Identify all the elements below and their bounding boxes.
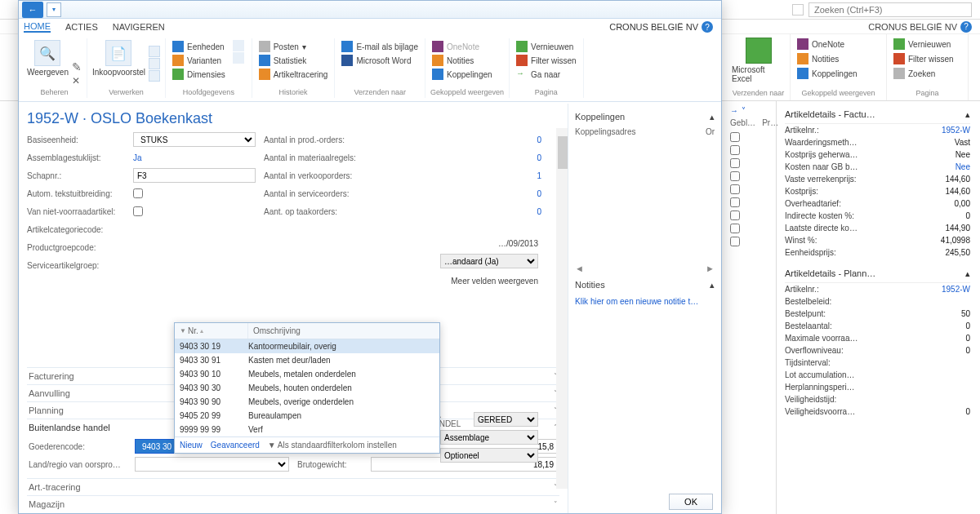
factbox-row: Kostprijs geherwa…Nee bbox=[785, 148, 970, 161]
standaard-select[interactable]: …andaard (Ja) bbox=[440, 254, 538, 268]
koppelingen-header[interactable]: Koppelingen▴ bbox=[575, 109, 715, 126]
lookup-code: 9403 30 91 bbox=[180, 356, 248, 365]
row-checkbox[interactable] bbox=[730, 132, 740, 142]
lookup-col-code[interactable]: Nr. bbox=[188, 326, 198, 335]
row-checkbox[interactable] bbox=[730, 224, 740, 233]
new-note-link[interactable]: Klik hier om een nieuwe notitie t… bbox=[575, 294, 715, 309]
collapse-icon[interactable]: ▴ bbox=[965, 268, 970, 279]
lookup-filter-action[interactable]: ▼Als standaardfilterkolom instellen bbox=[268, 441, 397, 450]
tracering-button[interactable]: Artikeltracering bbox=[257, 68, 330, 81]
weergeven-button[interactable]: 🔍Weergeven bbox=[27, 40, 69, 86]
onenote-button[interactable]: OneNote bbox=[795, 38, 881, 51]
zoeken-button[interactable]: Zoeken bbox=[892, 67, 963, 80]
assemblage-select[interactable]: Assemblage bbox=[440, 430, 538, 445]
inkoopvoorstel-button[interactable]: 📄Inkoopvoorstel bbox=[92, 40, 145, 86]
lookup-row[interactable]: 9405 20 99Bureaulampen bbox=[175, 409, 439, 423]
factbox-value[interactable]: Nee bbox=[956, 162, 970, 171]
delete-icon[interactable]: ✕ bbox=[72, 75, 82, 86]
notities-button[interactable]: Notities bbox=[795, 52, 881, 65]
help-icon[interactable]: ? bbox=[960, 21, 972, 33]
excel-button[interactable]: Microsoft Excel bbox=[732, 38, 785, 83]
factbox-value[interactable]: 1952-W bbox=[942, 285, 970, 294]
help-icon[interactable]: ? bbox=[702, 21, 713, 33]
notities-header[interactable]: Notities▴ bbox=[575, 277, 715, 294]
land-select[interactable] bbox=[135, 457, 289, 472]
varianten-button[interactable]: Varianten bbox=[171, 54, 227, 67]
scrollbar-thumb[interactable] bbox=[558, 136, 568, 169]
word-button[interactable]: Microsoft Word bbox=[340, 54, 420, 67]
filter-wissen-button[interactable]: Filter wissen bbox=[514, 54, 578, 67]
onenote-button[interactable]: OneNote bbox=[430, 40, 494, 53]
factbox-key: Vaste verrekenprijs: bbox=[785, 175, 857, 184]
handel-select[interactable]: GEREED bbox=[474, 412, 538, 427]
factbox-value[interactable]: 1952-W bbox=[942, 126, 970, 135]
horizontal-scroll[interactable]: ◄► bbox=[575, 260, 715, 277]
action-icon[interactable] bbox=[233, 40, 244, 51]
ok-button[interactable]: OK bbox=[669, 494, 713, 510]
row-checkbox[interactable] bbox=[730, 210, 740, 220]
filter-wissen-button[interactable]: Filter wissen bbox=[892, 52, 963, 65]
vertical-scrollbar[interactable] bbox=[556, 128, 568, 489]
dimensies-button[interactable]: Dimensies bbox=[171, 68, 227, 81]
action-icon[interactable] bbox=[149, 70, 160, 82]
nav-arrow-icon[interactable]: → bbox=[730, 106, 738, 115]
autom-checkbox[interactable] bbox=[133, 188, 143, 198]
eenheden-button[interactable]: Eenheden bbox=[171, 40, 227, 53]
lookup-row[interactable]: 9403 30 91Kasten met deur/laden bbox=[175, 353, 439, 367]
action-icon[interactable] bbox=[149, 58, 160, 69]
lookup-row[interactable]: 9403 30 19Kantoormeubilair, overig bbox=[175, 339, 439, 353]
statistiek-button[interactable]: Statistiek bbox=[257, 54, 330, 67]
factbox-key: Artikelnr.: bbox=[785, 285, 819, 294]
filter-icon[interactable]: ▼ bbox=[180, 327, 186, 335]
notities-button[interactable]: Notities bbox=[430, 54, 494, 67]
basiseenheid-select[interactable]: STUKS bbox=[133, 132, 256, 147]
factbox-header-facturering[interactable]: Artikeldetails - Factu…▴ bbox=[785, 106, 970, 124]
tab-acties[interactable]: ACTIES bbox=[65, 22, 98, 32]
lookup-col-desc[interactable]: Omschrijving bbox=[248, 323, 439, 339]
optioneel-select[interactable]: Optioneel bbox=[440, 448, 538, 463]
global-search-input[interactable] bbox=[808, 2, 972, 17]
koppelingen-button[interactable]: Koppelingen bbox=[430, 68, 494, 81]
lookup-row[interactable]: 9403 90 10Meubels, metalen onderdelen bbox=[175, 367, 439, 381]
fasttab-magazijn[interactable]: Magazijn˅ bbox=[27, 495, 559, 512]
lookup-row[interactable]: 9403 90 90Meubels, overige onderdelen bbox=[175, 395, 439, 409]
voorraad-checkbox[interactable] bbox=[133, 206, 143, 216]
tab-navigeren[interactable]: NAVIGEREN bbox=[113, 22, 165, 32]
chevron-down-icon[interactable]: ˅ bbox=[742, 106, 746, 115]
schap-input[interactable] bbox=[133, 168, 256, 183]
collapse-icon[interactable]: ▴ bbox=[710, 280, 715, 290]
factbox-header-planning[interactable]: Artikeldetails - Plann…▴ bbox=[785, 265, 970, 283]
notes-icon bbox=[797, 53, 808, 64]
row-checkbox[interactable] bbox=[730, 197, 740, 207]
row-checkbox[interactable] bbox=[730, 237, 740, 246]
servicegroep-label: Serviceartikelgroep: bbox=[27, 261, 133, 270]
edit-icon[interactable]: ✎ bbox=[72, 60, 82, 73]
meer-velden-link[interactable]: Meer velden weergeven bbox=[434, 272, 538, 286]
action-icon[interactable] bbox=[149, 46, 160, 57]
lookup-row[interactable]: 9403 90 30Meubels, houten onderdelen bbox=[175, 381, 439, 395]
tab-home[interactable]: HOME bbox=[24, 21, 51, 33]
row-checkbox[interactable] bbox=[730, 145, 740, 155]
nav-back-button[interactable]: ← bbox=[22, 2, 43, 18]
posten-button[interactable]: Posten ▾ bbox=[257, 40, 330, 53]
collapse-icon[interactable]: ▴ bbox=[710, 112, 715, 122]
ganaar-button[interactable]: →Ga naar bbox=[514, 68, 578, 81]
vernieuwen-button[interactable]: Vernieuwen bbox=[892, 38, 963, 51]
koppelingen-button[interactable]: Koppelingen bbox=[795, 67, 881, 80]
fasttab-tracering[interactable]: Art.-tracering˅ bbox=[27, 478, 559, 495]
nav-dropdown[interactable]: ▾ bbox=[47, 2, 61, 17]
expand-icon[interactable] bbox=[792, 4, 804, 16]
row-checkbox[interactable] bbox=[730, 158, 740, 168]
row-checkbox[interactable] bbox=[730, 184, 740, 194]
lookup-new-link[interactable]: Nieuw bbox=[180, 441, 203, 450]
action-icon[interactable] bbox=[233, 52, 244, 64]
right-subform: …/09/2013 …andaard (Ja) Meer velden weer… bbox=[434, 236, 538, 286]
collapse-icon[interactable]: ▴ bbox=[965, 109, 970, 120]
lookup-row[interactable]: 9999 99 99Verf bbox=[175, 423, 439, 436]
factbox-value: 144,90 bbox=[945, 224, 970, 233]
lookup-advanced-link[interactable]: Geavanceerd bbox=[211, 441, 260, 450]
assemblage-link[interactable]: Ja bbox=[133, 153, 142, 162]
email-button[interactable]: E-mail als bijlage bbox=[340, 40, 420, 53]
row-checkbox[interactable] bbox=[730, 171, 740, 181]
vernieuwen-button[interactable]: Vernieuwen bbox=[514, 40, 578, 53]
